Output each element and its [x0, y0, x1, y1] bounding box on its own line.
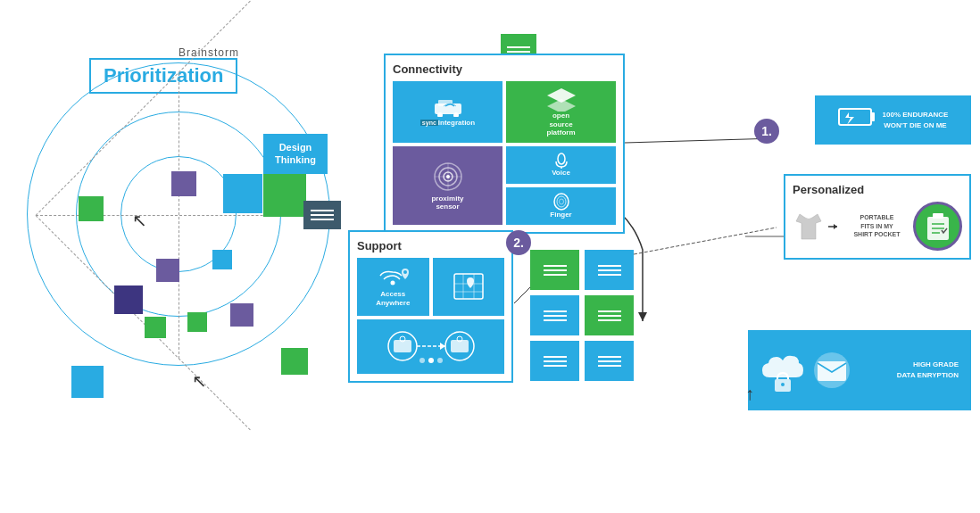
scatter-square-green-4 — [187, 312, 207, 332]
svg-point-53 — [781, 383, 785, 386]
connectivity-grid: syncIntegration opensourceplatform — [393, 81, 616, 225]
svg-point-40 — [428, 358, 434, 363]
svg-point-42 — [437, 358, 443, 363]
svg-marker-46 — [834, 224, 837, 229]
scatter-square-blue-3 — [223, 174, 262, 213]
finger-label: Finger — [550, 211, 571, 219]
mid2-line-2 — [598, 269, 621, 271]
design-thinking-box: Design Thinking — [263, 134, 328, 174]
svg-rect-43 — [839, 109, 871, 125]
support-panel: Support AccessAnywhere — [348, 230, 513, 383]
access-anywhere-cell[interactable]: AccessAnywhere — [357, 258, 429, 316]
access-anywhere-label: AccessAnywhere — [376, 290, 410, 309]
mid-line-7 — [544, 356, 567, 358]
mid-line-4 — [544, 310, 567, 312]
clipboard-icon — [926, 212, 951, 241]
svg-point-26 — [403, 270, 407, 274]
mid-line-3 — [544, 274, 567, 276]
mid-line-8 — [544, 360, 567, 362]
mid-item2-green — [585, 295, 634, 335]
scatter-square-indigo — [114, 285, 143, 314]
map-cell[interactable] — [433, 258, 505, 316]
cursor-1: ↖ — [132, 210, 147, 231]
scatter-square-blue-2 — [212, 250, 232, 269]
voice-icon — [552, 153, 570, 169]
mid-item-blue-2 — [530, 341, 579, 381]
scatter-square-green-2 — [145, 317, 166, 338]
brainstorm-label: Brainstorm — [179, 46, 239, 59]
svg-marker-2 — [638, 312, 647, 321]
svg-line-6 — [514, 285, 532, 303]
scatter-square-green-1 — [79, 196, 104, 221]
sync-integration-cell[interactable]: syncIntegration — [393, 81, 502, 143]
personalized-title: Personalized — [793, 183, 962, 196]
shirt-container — [793, 211, 841, 243]
finger-icon — [552, 193, 570, 211]
svg-rect-48 — [933, 213, 943, 219]
mid-line-1 — [544, 265, 567, 267]
mid2-line-1 — [598, 265, 621, 267]
connectivity-panel: Connectivity syncIntegration — [384, 54, 625, 234]
devices-cell[interactable] — [357, 319, 504, 374]
svg-point-24 — [559, 199, 563, 204]
mid2-line-6 — [598, 319, 621, 321]
cross-line-vertical — [179, 73, 179, 359]
menu-icon-below-design-thinking — [303, 201, 341, 229]
car-icon — [431, 97, 465, 117]
scatter-square-green-3 — [281, 348, 308, 375]
mid-item-green-1 — [530, 250, 579, 290]
encryption-icons — [760, 346, 851, 395]
mid-item2-1 — [585, 250, 634, 290]
svg-line-7 — [634, 228, 777, 254]
voice-label: Voice — [552, 169, 570, 177]
endurance-text: 100% ENDURANCE WON'T DIE ON ME — [883, 110, 949, 129]
svg-rect-44 — [871, 112, 875, 121]
top-icon-line-1 — [507, 46, 530, 48]
menu-line-2 — [311, 214, 334, 216]
design-thinking-label: Design Thinking — [275, 142, 316, 165]
mid-line-2 — [544, 269, 567, 271]
top-icon-line-2 — [507, 51, 530, 53]
clipboard-circle — [913, 202, 962, 251]
envelope-icon — [812, 351, 851, 390]
svg-point-23 — [557, 196, 566, 207]
layers-icon — [545, 87, 577, 112]
personalized-panel: Personalized PORTABLE FITS IN MY SHIRT P… — [784, 174, 971, 260]
encryption-text: HIGH GRADE DATA ENRYPTION — [897, 360, 959, 381]
voice-cell[interactable]: Voice — [506, 146, 616, 184]
support-title: Support — [357, 239, 504, 252]
mid2-line-7 — [598, 356, 621, 358]
open-source-cell[interactable]: opensourceplatform — [506, 81, 616, 143]
svg-line-0 — [625, 138, 777, 143]
badge-1: 1. — [754, 119, 779, 144]
portable-text: PORTABLE FITS IN MY SHIRT POCKET — [853, 213, 900, 239]
mid2-line-5 — [598, 315, 621, 317]
cloud-lock-icon — [760, 346, 805, 395]
mid-line-5 — [544, 315, 567, 317]
svg-point-25 — [391, 281, 395, 285]
mid-line-6 — [544, 319, 567, 321]
finger-cell[interactable]: Finger — [506, 187, 616, 225]
scatter-square-blue-1 — [71, 366, 104, 398]
proximity-sensor-cell[interactable]: proximitysensor — [393, 146, 502, 225]
svg-marker-39 — [440, 343, 445, 350]
radar-icon — [431, 160, 465, 194]
mid2-line-9 — [598, 365, 621, 367]
mid2-line-3 — [598, 274, 621, 276]
menu-line-1 — [311, 210, 334, 211]
voice-finger-container: Voice Finger — [506, 146, 616, 225]
svg-rect-55 — [818, 361, 846, 381]
badge-2: 2. — [506, 230, 531, 255]
wifi-map-icon — [375, 265, 411, 290]
mid2-line-8 — [598, 360, 621, 362]
battery-icon — [838, 105, 876, 135]
scatter-square-purple-2 — [156, 259, 179, 282]
mid-item-blue-1 — [530, 295, 579, 335]
mid-item2-2 — [585, 341, 634, 381]
shirt-icon — [793, 211, 825, 243]
arrow-right-icon — [828, 222, 841, 231]
cursor-3: ↑ — [745, 384, 754, 404]
support-grid: AccessAnywhere — [357, 258, 504, 374]
mid2-line-4 — [598, 310, 621, 312]
svg-point-41 — [419, 358, 425, 363]
